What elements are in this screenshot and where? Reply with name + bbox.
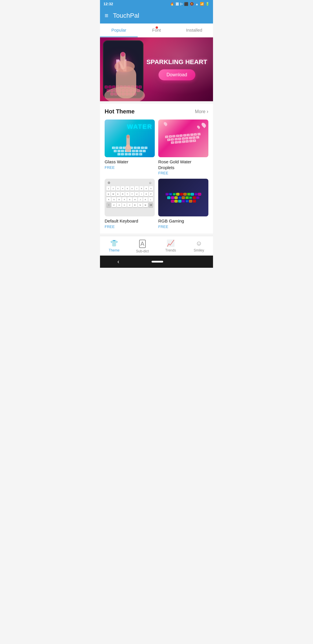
bottom-navigation: 👕 Theme A Sub-dict 📈 Trends ☺ Smiley	[100, 236, 213, 256]
key-n: N	[138, 203, 143, 207]
back-button[interactable]: ‹	[117, 258, 119, 265]
key-m: M	[143, 203, 148, 207]
more-label: More	[195, 109, 205, 114]
theme-card-glass-water[interactable]: WATER Q W E R T Y U I O	[105, 120, 155, 175]
key-v: V	[127, 203, 132, 207]
theme-price-default: FREE	[105, 225, 155, 229]
theme-name-glass-water: Glass Water	[105, 159, 155, 165]
key-4: 4	[121, 186, 125, 191]
rgb-key-h: h	[185, 196, 189, 199]
battery-icon: 🔋	[205, 2, 210, 6]
svg-point-7	[125, 144, 131, 152]
shift-key: ⇧	[106, 203, 111, 207]
rgb-key-o: o	[194, 193, 198, 196]
picture-icon: 🖼	[176, 2, 179, 6]
rose-gold-keyboard-3d: Q W E R T Y U I O P	[161, 132, 206, 145]
key-t: T	[180, 134, 183, 137]
key-e: E	[172, 135, 176, 137]
key-j: J	[189, 136, 192, 139]
nav-item-trends[interactable]: 📈 Trends	[156, 238, 185, 254]
key-b: B	[185, 140, 189, 143]
hot-theme-section: Hot Theme More › WATER Q W E R	[100, 104, 213, 234]
key-row: Z X C V B N M	[106, 153, 154, 155]
key-6: 6	[130, 186, 134, 191]
banner-download-button[interactable]: Download	[159, 69, 195, 80]
settings-icon: ⚙	[108, 181, 110, 185]
rgb-key-s: s	[171, 196, 174, 199]
key-f: F	[122, 197, 127, 202]
tab-installed[interactable]: Installed	[175, 23, 213, 37]
tab-font[interactable]: Font	[138, 23, 175, 37]
key-i: I	[137, 146, 140, 149]
status-left: 12:32	[103, 2, 113, 6]
key-g: G	[182, 137, 185, 140]
key-o: O	[141, 146, 144, 149]
key-d: D	[117, 197, 121, 202]
glass-water-thumbnail: WATER Q W E R T Y U I O	[105, 120, 155, 157]
key-o: O	[194, 133, 197, 135]
key-e: E	[116, 192, 120, 196]
rgb-key-p: p	[198, 193, 201, 196]
key-s: S	[117, 150, 121, 152]
key-o: O	[144, 192, 148, 196]
font-notification-badge	[156, 26, 158, 29]
key-d: D	[174, 138, 178, 140]
key-e: E	[119, 146, 122, 149]
tab-popular[interactable]: Popular	[100, 23, 138, 37]
qwerty-row: Q W E R T Y U I O P	[106, 192, 153, 196]
theme-card-rose-gold[interactable]: Q W E R T Y U I O P	[158, 120, 208, 175]
key-a: A	[114, 150, 117, 152]
key-v: V	[128, 153, 131, 155]
theme-card-rgb[interactable]: q w e r t y u i o p a	[158, 179, 208, 229]
key-m: M	[139, 153, 142, 155]
key-w: W	[111, 192, 115, 196]
promotional-banner[interactable]: N	[100, 37, 213, 101]
theme-price-glass-water: FREE	[105, 165, 155, 170]
key-a: A	[167, 138, 170, 141]
rgb-key-x: x	[174, 200, 178, 202]
key-c: C	[125, 153, 128, 155]
rgb-key-f: f	[178, 196, 181, 199]
key-0: 0	[149, 186, 153, 191]
app-title: TouchPal	[113, 12, 139, 19]
nav-item-smiley[interactable]: ☺ Smiley	[185, 238, 213, 254]
svg-point-4	[121, 52, 125, 57]
key-u: U	[187, 133, 190, 136]
key-p: P	[197, 133, 201, 135]
key-y: Y	[183, 134, 187, 136]
home-button[interactable]	[152, 261, 163, 263]
key-q: Q	[106, 192, 110, 196]
rgb-keyboard-visual: q w e r t y u i o p a	[158, 179, 208, 216]
key-v: V	[182, 140, 185, 143]
rgb-key-e: e	[173, 193, 176, 196]
more-link[interactable]: More ›	[195, 108, 208, 115]
rgb-key-k: k	[193, 196, 196, 199]
rgb-key-u: u	[187, 193, 190, 196]
section-title: Hot Theme	[105, 108, 134, 115]
key-c: C	[178, 140, 182, 143]
key-z: Z	[171, 141, 174, 144]
key-j: J	[138, 197, 143, 202]
hand-graphic	[100, 43, 149, 101]
theme-card-default[interactable]: ⚙ ☺ 1 2 3 4 5 6 7 8 9 0 Q	[105, 179, 155, 229]
section-header: Hot Theme More ›	[105, 108, 208, 115]
nav-item-subdict[interactable]: A Sub-dict	[128, 238, 157, 254]
mini-keyboard-rose: Q W E R T Y U I O P	[161, 132, 206, 145]
key-h: H	[133, 197, 137, 202]
theme-price-rose-gold: FREE	[158, 171, 208, 175]
rgb-key-a: a	[167, 196, 170, 199]
smiley-nav-icon: ☺	[196, 240, 202, 247]
key-5: 5	[125, 186, 129, 191]
rgb-key-z: z	[171, 200, 174, 202]
rgb-key-b: b	[185, 200, 189, 202]
key-h: H	[185, 137, 189, 140]
key-p: P	[149, 192, 153, 196]
key-n: N	[189, 140, 193, 142]
menu-button[interactable]: ≡	[105, 12, 108, 19]
tab-bar: Popular Font Installed	[100, 23, 213, 37]
key-q: Q	[165, 135, 168, 138]
time-display: 12:32	[103, 2, 113, 6]
key-1: 1	[106, 186, 110, 191]
nav-item-theme[interactable]: 👕 Theme	[100, 238, 128, 254]
number-row: 1 2 3 4 5 6 7 8 9 0	[106, 186, 153, 191]
